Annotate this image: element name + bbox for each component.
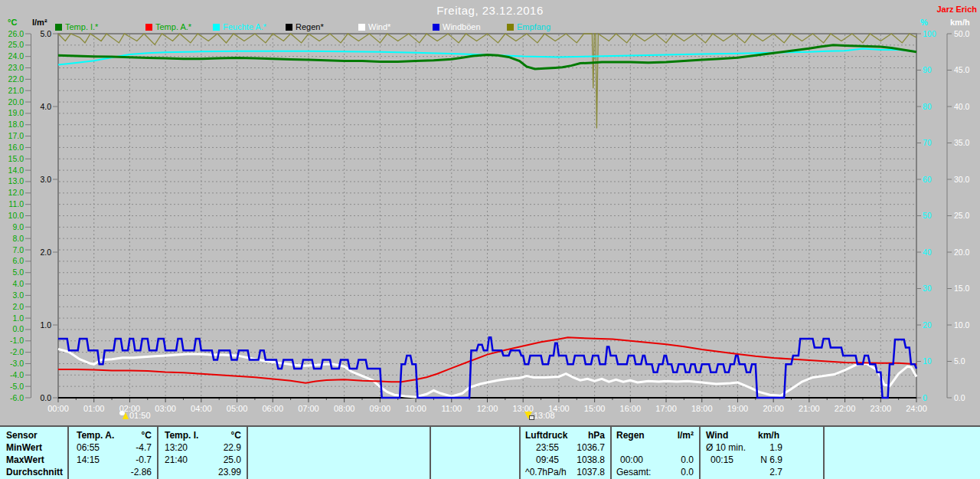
regen-total: 0.0 [617,467,694,478]
table-separator [247,427,248,479]
table-separator [67,427,69,479]
temp-tick-label: 2.0 [12,302,24,311]
temp-tick-label: 11.0 [8,199,24,208]
time-tick-label: 04:00 [191,404,212,413]
temp-tick-label: 6.0 [12,256,24,265]
luftdruck-max: 1038.8 [527,454,605,466]
temp-tick-label: 1.0 [12,313,24,323]
temp-tick-label: -1.0 [10,336,24,345]
row-label-sensor: Sensor [6,430,38,441]
temp-tick-label: 3.0 [12,290,24,300]
humidity-tick-label: 0 [923,393,927,402]
temp-tick-label: 23.0 [8,63,24,72]
temp-tick-label: 22.0 [8,74,24,84]
time-tick-label: 18:00 [691,404,713,413]
temp-tick-label: 20.0 [8,97,24,107]
astro-marker-2: 13:08 [524,410,555,422]
regen-day: 0.0 [617,454,694,466]
temp-tick-label: -3.0 [10,359,24,368]
wind-tick-label: 20.0 [954,248,970,257]
temp-tick-label: -6.0 [10,393,24,402]
weather-app-window: Freitag, 23.12.2016 Jarz Erich °C l/m² %… [0,0,980,479]
time-tick-label: 01:00 [83,404,105,413]
col-unit-wind: km/h [758,430,779,441]
humidity-tick-label: 30 [923,284,932,293]
time-tick-label: 24:00 [906,404,927,413]
temp-tick-label: 8.0 [12,234,24,243]
rain-tick-label: 1.0 [40,320,51,330]
temp-tick-label: 17.0 [8,131,24,140]
temp-tick-label: 16.0 [8,143,24,152]
temp-tick-label: 15.0 [8,154,24,163]
humidity-tick-label: 80 [923,102,932,111]
temp-tick-label: -5.0 [10,382,24,391]
humidity-tick-label: 40 [923,248,932,257]
rain-tick-label: 0.0 [40,393,51,402]
col-header-wind: Wind [706,430,728,441]
row-label-minwert: MinWert [6,442,42,454]
temp-tick-label: 14.0 [8,166,24,175]
wind-tick-label: 0.0 [954,393,965,402]
table-separator [699,427,701,479]
temp-tick-label: 13.0 [8,176,24,185]
temp-tick-label: 12.0 [8,188,24,197]
astro-rise-icon [119,410,129,420]
temp-tick-label: 25.0 [8,40,24,49]
wind-tick-label: 30.0 [954,175,970,184]
table-separator [430,427,431,479]
time-tick-label: 10:00 [405,404,426,413]
col-unit-temp-a: °C [75,430,152,441]
temp-tick-label: 18.0 [8,120,24,129]
humidity-tick-label: 50 [923,211,932,220]
time-tick-label: 03:00 [155,404,176,413]
humidity-tick-label: 60 [923,175,932,184]
chart-plot: 26.025.024.023.022.021.020.019.018.017.0… [0,0,980,426]
temp-tick-label: 10.0 [8,211,24,220]
temp-tick-label: 4.0 [12,279,24,288]
temp-tick-label: -4.0 [10,370,24,379]
wind-tick-label: 15.0 [954,284,970,293]
table-separator [157,427,158,479]
temp-tick-label: 5.0 [12,267,24,277]
wind-tick-label: 40.0 [954,102,970,111]
time-tick-label: 21:00 [799,404,820,413]
temp-tick-label: 7.0 [12,245,24,254]
astro-set-icon [524,410,534,420]
rain-tick-label: 2.0 [40,248,51,257]
row-label-maxwert: MaxWert [6,454,44,466]
temp-tick-label: 9.0 [12,222,24,231]
temp-i-avg: 23.99 [163,467,241,478]
temp-tick-label: 19.0 [8,108,24,117]
rain-tick-label: 4.0 [40,102,51,111]
table-separator [519,427,521,479]
time-tick-label: 22:00 [835,404,856,413]
time-tick-label: 12:00 [477,404,498,413]
humidity-tick-label: 70 [923,138,932,147]
time-tick-label: 19:00 [727,404,749,413]
time-tick-label: 09:00 [370,404,391,413]
time-tick-label: 07:00 [298,404,319,413]
wind-tick-label: 45.0 [954,65,970,74]
astro-marker-1: 01:50 [119,410,151,422]
temp-i-min: 22.9 [163,442,241,454]
wind-tick-label: 25.0 [954,211,970,220]
temp-tick-label: 26.0 [8,29,24,38]
temp-a-max: -0.7 [75,454,152,466]
time-tick-label: 06:00 [262,404,283,413]
wind-tick-label: 5.0 [954,356,965,366]
wind-avg: 2.7 [706,467,782,478]
temp-tick-label: 24.0 [8,51,24,61]
wind-avg10: 1.9 [706,442,782,454]
time-tick-label: 08:00 [334,404,355,413]
col-unit-temp-i: °C [163,430,241,441]
table-separator [823,427,825,479]
col-unit-regen: l/m² [617,430,694,441]
time-tick-label: 17:00 [655,404,677,413]
table-separator [610,427,612,479]
temp-a-min: -4.7 [75,442,152,454]
temp-i-max: 25.0 [163,454,241,466]
col-unit-luftdruck: hPa [527,430,605,441]
temp-tick-label: 0.0 [12,324,24,333]
temp-tick-label: 21.0 [8,86,24,95]
time-tick-label: 20:00 [763,404,784,413]
